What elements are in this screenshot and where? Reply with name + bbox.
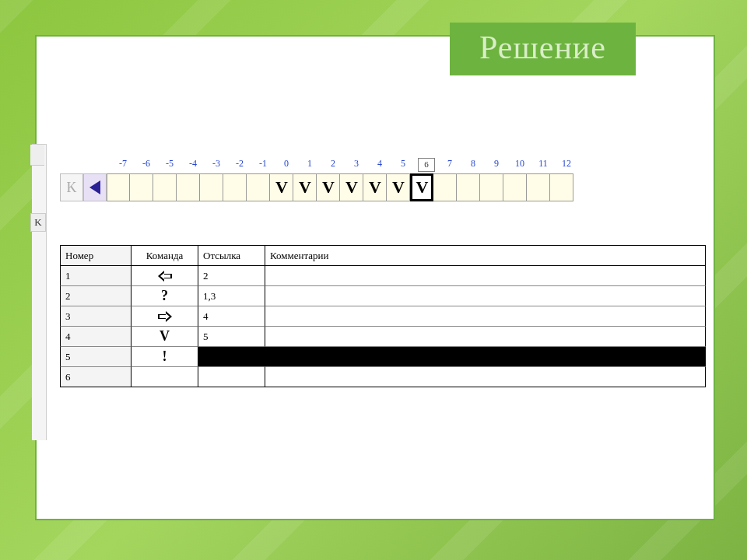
tape-tick: 8	[461, 158, 485, 172]
tape-tick: 0	[275, 158, 298, 172]
tape-tick: -2	[228, 158, 251, 172]
command-glyph: V	[160, 328, 170, 345]
cell-reference[interactable]: 4	[198, 306, 265, 327]
cell-comment[interactable]	[265, 306, 706, 327]
command-glyph: !	[163, 348, 167, 365]
cell-number: 4	[60, 327, 132, 347]
tape-tick: 9	[485, 158, 508, 172]
tape-cell[interactable]: V	[410, 173, 433, 201]
left-gutter: K	[32, 144, 47, 440]
cell-reference[interactable]	[198, 367, 265, 387]
cell-number: 3	[60, 306, 132, 327]
table-row[interactable]: 12	[60, 266, 706, 286]
arrow-left-icon	[89, 180, 100, 194]
command-glyph: ?	[161, 288, 168, 304]
col-header-comment: Комментарии	[265, 246, 706, 266]
table-row[interactable]: 6	[60, 367, 706, 387]
table-row[interactable]: 2?1,3	[60, 286, 706, 306]
tape-cell[interactable]	[457, 173, 480, 201]
tape-cell[interactable]: V	[293, 173, 317, 201]
cell-reference[interactable]: 1,3	[198, 286, 265, 306]
col-header-reference: Отсылка	[198, 246, 265, 266]
arrow-left-icon	[158, 271, 172, 282]
cell-number: 5	[60, 347, 132, 367]
cell-command[interactable]	[132, 367, 198, 387]
tape-tick: 6	[415, 158, 438, 172]
tape-tick: -5	[158, 158, 181, 172]
tape-cell[interactable]	[503, 173, 527, 201]
tape-cell[interactable]: V	[317, 173, 340, 201]
cell-comment[interactable]	[265, 266, 706, 286]
cell-command[interactable]: V	[132, 327, 198, 347]
content-card: Решение K -7-6-5-4-3-2-10123456789101112…	[35, 35, 715, 520]
tape-cell[interactable]	[153, 173, 177, 201]
tape-tick: 5	[391, 158, 415, 172]
cell-reference[interactable]: 2	[198, 266, 265, 286]
table-header-row: Номер Команда Отсылка Комментарии	[60, 246, 706, 266]
tape-tick: 4	[368, 158, 391, 172]
tape-cell[interactable]	[200, 173, 223, 201]
tape-k-button[interactable]: K	[60, 173, 83, 201]
tape-cell[interactable]	[130, 173, 153, 201]
cell-comment[interactable]	[265, 327, 706, 347]
tape-ticks: -7-6-5-4-3-2-10123456789101112	[111, 158, 706, 172]
cell-command[interactable]: !	[132, 347, 198, 367]
tape-tick: 12	[555, 158, 578, 172]
cell-comment[interactable]	[265, 367, 706, 387]
cell-command[interactable]	[132, 266, 198, 286]
cell-command[interactable]: ?	[132, 286, 198, 306]
tape-step-left-button[interactable]	[83, 173, 107, 201]
tape-cell[interactable]	[223, 173, 247, 201]
tape-head-indicator: 6	[418, 158, 435, 172]
tape-cell[interactable]	[550, 173, 573, 201]
tape-cell[interactable]	[107, 173, 130, 201]
cell-command[interactable]	[132, 306, 198, 327]
cell-reference[interactable]: 5	[198, 327, 265, 347]
tape-area: -7-6-5-4-3-2-10123456789101112 K VVVVVVV	[60, 158, 706, 201]
slide-background: Решение K -7-6-5-4-3-2-10123456789101112…	[0, 0, 747, 560]
table-body: 122?1,3344V55!6	[60, 266, 706, 387]
tape-cell[interactable]: V	[270, 173, 293, 201]
svg-marker-0	[89, 180, 100, 194]
title-banner: Решение	[450, 23, 636, 75]
tape-cell[interactable]	[527, 173, 550, 201]
program-table: Номер Команда Отсылка Комментарии 122?1,…	[60, 245, 706, 387]
col-header-command: Команда	[132, 246, 198, 266]
tape-cell[interactable]	[247, 173, 270, 201]
cell-comment[interactable]	[265, 347, 706, 367]
tape-tick: 1	[298, 158, 321, 172]
cell-number: 6	[60, 367, 132, 387]
table-row[interactable]: 34	[60, 306, 706, 327]
tape-tick: 11	[531, 158, 555, 172]
arrow-right-icon	[158, 311, 172, 322]
gutter-k-label: K	[30, 213, 46, 232]
tape-cell[interactable]: V	[387, 173, 410, 201]
table-row[interactable]: 5!	[60, 347, 706, 367]
tape-tick: -3	[205, 158, 228, 172]
tape-row: K VVVVVVV	[60, 173, 706, 201]
tape-tick: -1	[251, 158, 275, 172]
tape-tick: 3	[345, 158, 368, 172]
tape-tick: 7	[438, 158, 461, 172]
tape-tick: 10	[508, 158, 531, 172]
tape-tick: -6	[135, 158, 158, 172]
tape-tick: -7	[111, 158, 135, 172]
page-title: Решение	[479, 30, 606, 65]
app-panel: K -7-6-5-4-3-2-10123456789101112 K VVVVV…	[37, 144, 714, 439]
cell-number: 2	[60, 286, 132, 306]
tape-cell[interactable]	[433, 173, 457, 201]
tape-cell[interactable]: V	[340, 173, 363, 201]
col-header-number: Номер	[60, 246, 132, 266]
table-row[interactable]: 4V5	[60, 327, 706, 347]
cell-reference[interactable]	[198, 347, 265, 367]
tape-cell[interactable]	[177, 173, 200, 201]
tape-tick: 2	[321, 158, 345, 172]
tape-tick: -4	[181, 158, 205, 172]
cell-number: 1	[60, 266, 132, 286]
cell-comment[interactable]	[265, 286, 706, 306]
gutter-header	[30, 145, 44, 166]
tape-cell[interactable]	[480, 173, 503, 201]
tape-cell[interactable]: V	[363, 173, 387, 201]
tape-cells: VVVVVVV	[107, 173, 573, 201]
